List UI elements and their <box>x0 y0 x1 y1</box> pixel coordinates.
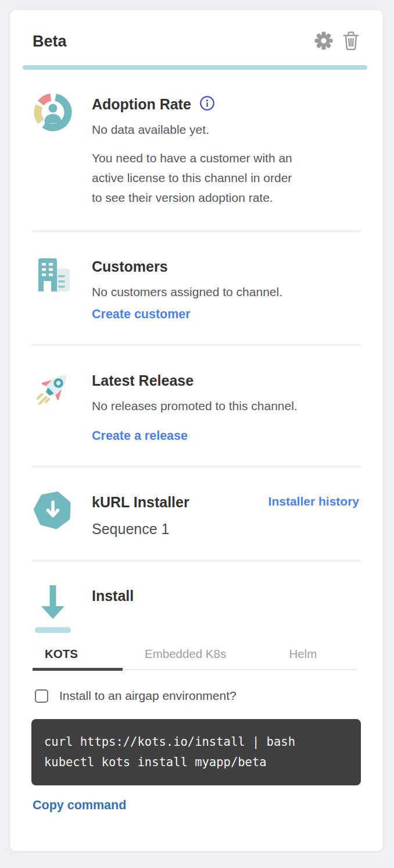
kurl-heptagon-download-icon <box>33 490 73 538</box>
channel-name: Beta <box>33 33 67 51</box>
copy-command-link[interactable]: Copy command <box>33 798 126 813</box>
install-command-line: kubectl kots install myapp/beta <box>44 752 355 773</box>
customers-title: Customers <box>92 257 168 276</box>
create-customer-link[interactable]: Create customer <box>92 307 191 322</box>
create-release-link[interactable]: Create a release <box>92 429 188 443</box>
kurl-installer-section: kURL Installer Installer history Sequenc… <box>10 468 383 560</box>
tab-embedded-k8s[interactable]: Embedded K8s <box>123 643 249 669</box>
tab-kots[interactable]: KOTS <box>33 643 123 669</box>
card-header: Beta <box>33 31 360 52</box>
customers-empty-text: No customers assigned to channel. <box>92 284 359 300</box>
download-arrow-icon <box>33 582 73 638</box>
delete-channel-button[interactable] <box>342 31 360 52</box>
airgap-label: Install to an airgap environment? <box>59 689 237 703</box>
buildings-icon <box>33 254 73 322</box>
installer-history-link[interactable]: Installer history <box>268 495 359 508</box>
installer-sequence: Sequence 1 <box>92 520 359 538</box>
channel-settings-button[interactable] <box>314 31 334 52</box>
latest-release-body: Latest Release No releases promoted to t… <box>92 368 359 443</box>
trash-icon <box>342 31 360 52</box>
install-title: Install <box>92 586 134 605</box>
tab-helm[interactable]: Helm <box>249 643 357 669</box>
airgap-row: Install to an airgap environment? <box>35 689 359 703</box>
info-icon[interactable] <box>199 95 215 113</box>
adoption-rate-description: You need to have a customer with an acti… <box>92 148 359 208</box>
adoption-rate-title: Adoption Rate <box>92 95 191 113</box>
channel-card: Beta <box>9 9 384 852</box>
customers-body: Customers No customers assigned to chann… <box>92 254 359 322</box>
adoption-rate-empty-text: No data available yet. <box>92 122 359 137</box>
install-command-line: curl https://kots.io/install | bash <box>44 732 355 752</box>
latest-release-section: Latest Release No releases promoted to t… <box>10 346 383 465</box>
gear-icon <box>314 31 334 52</box>
latest-release-title: Latest Release <box>92 371 194 390</box>
adoption-rate-body: Adoption Rate No data available yet. You… <box>92 92 359 208</box>
header-actions <box>314 31 360 52</box>
customers-section: Customers No customers assigned to chann… <box>10 232 383 344</box>
adoption-rate-section: Adoption Rate No data available yet. You… <box>10 70 383 230</box>
kurl-installer-body: kURL Installer Installer history Sequenc… <box>92 490 359 538</box>
install-command-block: curl https://kots.io/install | bash kube… <box>31 719 361 785</box>
install-tabs: KOTS Embedded K8s Helm <box>33 643 357 670</box>
airgap-checkbox[interactable] <box>35 689 48 703</box>
channel-accent-bar <box>23 65 367 70</box>
rocket-icon <box>33 368 73 443</box>
install-body: Install <box>92 582 359 638</box>
install-section: Install <box>10 562 383 638</box>
adoption-rate-donut-icon <box>33 92 73 208</box>
kurl-installer-title: kURL Installer <box>92 493 189 511</box>
latest-release-empty-text: No releases promoted to this channel. <box>92 399 359 414</box>
